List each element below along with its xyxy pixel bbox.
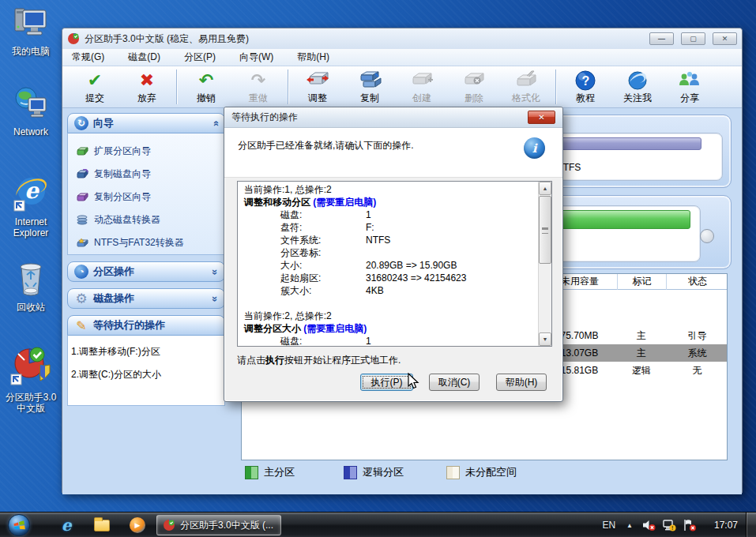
operation-field: 磁盘:1 [244,208,538,221]
question-icon: ? [559,70,611,92]
partition-assistant-icon [9,343,53,387]
chevron-up-icon[interactable]: » [209,120,221,126]
svg-text:!: ! [671,525,673,531]
column-header-status[interactable]: 状态 [666,274,728,290]
language-indicator[interactable]: EN [602,520,615,531]
my-computer-icon [13,5,49,41]
toolbar-discard-button[interactable]: ✖ 放弃 [121,70,173,103]
menu-general[interactable]: 常规(G) [72,51,104,64]
action-center-flag-icon[interactable] [683,519,697,531]
menu-wizard[interactable]: 向导(W) [239,51,273,64]
toolbar-resize-button[interactable]: 调整 [291,70,344,103]
dialog-title: 等待执行的操作 [231,111,298,124]
operation-field: 磁盘:1 [244,335,538,347]
volume-muted-icon[interactable] [642,519,656,531]
desktop-icon-recycle-bin[interactable]: 回收站 [0,259,62,313]
gears-icon: ⚙ [74,291,88,306]
delete-disk-icon [448,70,500,92]
taskbar-clock[interactable]: 17:07 [714,520,738,531]
desktop-icon-network[interactable]: Network [0,85,62,137]
wizard-item-dynamic-disk-converter[interactable]: 动态磁盘转换器 [76,208,224,231]
operation-progress: 当前操作:1, 总操作:2 [244,183,538,196]
operation-progress: 当前操作:2, 总操作:2 [244,310,538,322]
taskbar-media-player-icon[interactable]: ▶ [128,516,147,534]
wizard-item-copy-disk[interactable]: 复制磁盘向导 [76,163,224,186]
toolbar-undo-button[interactable]: ↶ 撤销 [180,70,232,103]
partition-operations-panel-header[interactable]: ◔ 分区操作 » [67,261,225,282]
dialog-close-button[interactable]: ✕ [528,111,555,124]
cancel-button[interactable]: 取消(C) [429,374,480,391]
pending-operation-item[interactable]: 1.调整并移动(F:)分区 [71,340,224,363]
recycle-bin-icon [13,259,48,297]
scroll-down-button[interactable]: ▼ [539,332,551,346]
chevron-down-icon[interactable]: » [209,268,221,274]
vertical-scrollbar[interactable]: ▲ ▼ [538,182,551,346]
dialog-message: 分区助手已经准备就绪,请确认下面的操作. [238,139,414,152]
operation-field: 起始扇区:31680243 => 42154623 [244,272,538,284]
close-button[interactable]: ✕ [713,32,737,45]
wizard-icon: ↻ [74,116,88,130]
windows-logo-icon [13,520,25,531]
desktop-icon-label: 回收站 [0,302,62,313]
wizard-item-copy-partition[interactable]: 复制分区向导 [76,186,224,208]
toolbar-share-button[interactable]: 分享 [664,70,716,103]
toolbar-copy-button[interactable]: 复制 [344,70,396,103]
toolbar: ✔ 提交 ✖ 放弃 ↶ 撤销 ↷ 重做 调整 复制 [62,66,742,108]
taskbar-task-button[interactable]: 分区助手3.0中文版 (... [156,515,281,535]
menu-help[interactable]: 帮助(H) [297,51,329,64]
svg-text:?: ? [582,74,590,88]
wizard-item-extend-partition[interactable]: 扩展分区向导 [76,140,224,163]
legend-unallocated: 未分配空间 [446,465,517,479]
chevron-down-icon[interactable]: » [209,295,221,301]
start-button[interactable] [8,514,30,536]
help-button[interactable]: 帮助(H) [496,374,547,391]
disk-icon [76,169,88,179]
wizard-panel-header[interactable]: ↻ 向导 » [67,113,225,133]
toolbar-create-button: 创建 [396,70,448,103]
maximize-button[interactable]: ▢ [681,32,705,45]
desktop: { "window": { "title": "分区助手3.0中文版 (稳定、易… [0,0,756,537]
tray-expand-icon[interactable]: ▲ [626,522,633,529]
legend-swatch-green [245,466,258,479]
taskbar: e ▶ 分区助手3.0中文版 (... EN ▲ ! 17:07 [0,512,756,537]
column-header-mark[interactable]: 标记 [617,274,666,290]
toolbar-separator [176,69,177,104]
taskbar-ie-icon[interactable]: e [57,516,76,534]
toolbar-commit-button[interactable]: ✔ 提交 [69,70,121,103]
dialog-titlebar[interactable]: 等待执行的操作 ✕ [224,107,562,128]
window-titlebar[interactable]: 分区助手3.0中文版 (稳定、易用且免费) — ▢ ✕ [62,28,742,49]
menu-disk[interactable]: 磁盘(D) [128,51,160,64]
cross-icon: ✖ [121,70,173,92]
desktop-icon-label: Internet Explorer [0,216,62,238]
pencil-icon: ✎ [74,318,88,332]
mouse-cursor [404,373,422,393]
resize-disk-icon [291,70,344,92]
desktop-icon-internet-explorer[interactable]: e Internet Explorer [0,172,62,238]
operation-title: 调整分区大小 (需要重启电脑) [244,322,538,335]
pending-operations-panel-header[interactable]: ✎ 等待执行的操作 [67,315,225,336]
operation-title: 调整和移动分区 (需要重启电脑) [244,196,538,208]
menu-partition[interactable]: 分区(P) [184,51,216,64]
legend-primary-partition: 主分区 [245,465,295,479]
desktop-icon-partition-assistant[interactable]: 分区助手3.0中文版 [0,343,62,414]
operations-listbox[interactable]: 当前操作:1, 总操作:2 调整和移动分区 (需要重启电脑) 磁盘:1 盘符:F… [237,181,552,347]
globe-icon [611,70,664,92]
format-disk-icon [500,70,552,92]
disk-operations-panel-header[interactable]: ⚙ 磁盘操作 » [67,288,225,309]
show-desktop-button[interactable] [746,513,756,537]
toolbar-follow-button[interactable]: 关注我 [611,70,664,103]
folder-icon [94,520,110,531]
resize-handle[interactable] [700,229,714,243]
minimize-button[interactable]: — [649,32,674,45]
pending-operation-item[interactable]: 2.调整(C:)分区的大小 [71,363,224,386]
wizard-item-ntfs-fat32-converter[interactable]: NTFS与FAT32转换器 [76,231,224,254]
network-warning-icon[interactable]: ! [662,519,676,531]
info-icon: i [524,137,545,159]
scrollbar-thumb[interactable] [539,196,551,264]
toolbar-tutorial-button[interactable]: ? 教程 [559,70,611,103]
operation-field: 大小:20.89GB => 15.90GB [244,259,538,272]
desktop-icon-my-computer[interactable]: 我的电脑 [0,5,62,57]
operation-field: 簇大小:4KB [244,284,538,297]
taskbar-explorer-icon[interactable] [92,516,111,534]
scroll-up-button[interactable]: ▲ [539,182,551,195]
